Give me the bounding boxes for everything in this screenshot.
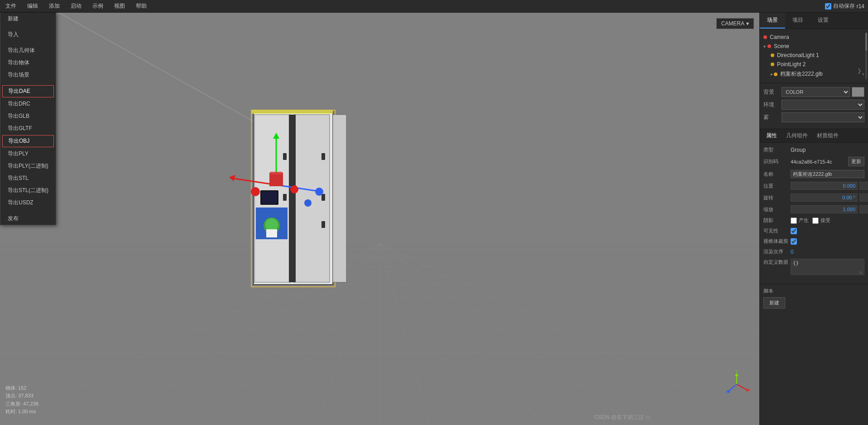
svg-rect-34 [321,153,325,160]
main-area: 新建 导入 导出几何体 导出物体 导出场景 导出DAE 导出DRC 导出GLB … [0,13,868,425]
menu-export-ply[interactable]: 导出PLY [0,148,56,160]
env-label: 环境 [763,101,782,109]
prop-tabs: 属性 几何组件 材质组件 [760,129,868,143]
tree-scrollbar[interactable] [865,33,867,79]
render-order-row: 渲染次序 0 [763,248,864,255]
dropdown-menu: 新建 导入 导出几何体 导出物体 导出场景 导出DAE 导出DRC 导出GLB … [0,13,56,225]
menu-start[interactable]: 启动 [69,1,83,11]
tree-camera[interactable]: Camera [760,33,868,42]
menu-publish[interactable]: 发布 [0,212,56,225]
menu-export-glb[interactable]: 导出GLB [0,110,56,122]
menu-export-dae[interactable]: 导出DAE [2,85,54,97]
rot-x[interactable] [791,193,858,202]
tree-expand-icon: ▾ [862,72,864,77]
script-section: 脚本 新建 [760,284,868,312]
stat-time: 耗时: 1.00 ms [5,408,38,416]
scale-label: 缩放 [763,206,791,213]
custom-data-textarea[interactable]: {} [791,259,864,275]
menu-view[interactable]: 视图 [112,1,127,11]
menu-export-stl-bin[interactable]: 导出STL(二进制) [0,184,56,197]
menu-export-stl[interactable]: 导出STL [0,172,56,184]
shadow-receive-check[interactable] [812,217,819,224]
menu-export-ply-bin[interactable]: 导出PLY(二进制) [0,160,56,172]
scale-x[interactable] [791,205,858,213]
tab-mat-components[interactable]: 材质组件 [812,129,843,142]
svg-rect-35 [321,194,325,201]
tree-dot-scene [767,44,771,48]
tab-geo-components[interactable]: 几何组件 [782,129,812,142]
tree-label-camera: Camera [770,34,789,40]
tree-pointlight[interactable]: PointLight 2 [767,60,868,69]
svg-rect-52 [270,172,282,174]
autosave-label: 自动保存 [833,2,855,10]
autosave-checkbox[interactable] [825,3,831,10]
tree-scrollbar-thumb [865,33,867,51]
bg-color-swatch[interactable] [852,87,864,97]
menu-help[interactable]: 帮助 [134,1,149,11]
pos-label: 位置 [763,183,791,189]
menu-export-geometry[interactable]: 导出几何体 [0,44,56,57]
menu-export-object[interactable]: 导出物体 [0,57,56,69]
svg-rect-31 [283,153,287,160]
tab-settings[interactable]: 设置 [810,13,836,29]
menu-edit[interactable]: 编辑 [25,1,40,11]
svg-text:Y: Y [735,371,738,373]
svg-rect-32 [283,194,287,201]
bg-select[interactable]: COLOR [782,87,850,97]
type-value: Group [791,147,806,153]
visible-check[interactable] [791,228,797,234]
svg-marker-58 [735,373,739,376]
type-label: 类型 [763,146,791,153]
script-label: 脚本 [763,288,864,295]
tab-props[interactable]: 属性 [762,129,782,142]
tree-collapse-cabinet[interactable]: ▸ [771,72,773,77]
fog-label: 雾 [763,114,782,121]
menu-export-obj[interactable]: 导出OBJ [2,135,54,147]
tree-right-arrow[interactable]: ❯ [857,68,862,74]
menu-examples[interactable]: 示例 [91,1,105,11]
tree-dot-cabinet [774,72,777,76]
tree-cabinet[interactable]: ▸ 档案柜改2222.glb ▾ [767,69,868,79]
scale-y[interactable] [859,205,868,213]
menu-export-drc[interactable]: 导出DRC [0,98,56,110]
pos-x[interactable] [791,182,858,190]
menu-add[interactable]: 添加 [47,1,62,11]
camera-button[interactable]: CAMERA ▾ [716,18,754,29]
shadow-produce-label: 产生 [791,217,809,224]
scale-xyz [791,205,868,213]
frustum-check[interactable] [791,238,797,245]
menu-new[interactable]: 新建 [0,13,56,25]
properties: 类型 Group 识别码 44ca2a86-e715-4c 更新 名称 位置 [760,143,868,284]
axis-indicator: Y X Z [723,371,750,398]
tree-dirlight[interactable]: DirectionalLight 1 [767,51,868,60]
frustum-row: 视锥体裁剪 [763,238,864,245]
env-section: 背景 COLOR 环境 雾 [760,83,868,129]
tree-scene[interactable]: ▾ Scene [760,42,868,51]
custom-data-area: {} ✎ [791,259,864,276]
fog-select[interactable] [782,112,864,122]
update-button[interactable]: 更新 [848,157,864,166]
menu-export-usdz[interactable]: 导出USDZ [0,197,56,209]
bg-label: 背景 [763,88,782,96]
bg-row: 背景 COLOR [763,87,864,97]
env-select[interactable] [782,100,864,110]
shadow-label: 阴影 [763,217,791,224]
edit-icon[interactable]: ✎ [859,270,863,275]
rot-y[interactable] [859,193,868,202]
stat-vertices: 顶点: 37,833 [5,392,38,400]
tab-scene[interactable]: 场景 [760,13,785,29]
tab-project[interactable]: 项目 [785,13,810,29]
pos-y[interactable] [859,182,868,190]
shadow-produce-check[interactable] [791,217,797,224]
viewport[interactable]: CAMERA ▾ 物体: 152 顶点: 37,833 三角形: 47,238 … [0,13,759,425]
camera-dropdown-icon: ▾ [746,20,749,27]
svg-point-61 [746,389,749,391]
menu-file[interactable]: 文件 [4,1,18,11]
name-input[interactable] [791,170,864,178]
menu-export-gltf[interactable]: 导出GLTF [0,122,56,135]
menu-export-scene[interactable]: 导出场景 [0,69,56,81]
menu-import[interactable]: 导入 [0,29,56,41]
new-script-button[interactable]: 新建 [763,297,785,309]
svg-point-39 [265,218,278,231]
svg-text:X: X [749,389,750,392]
